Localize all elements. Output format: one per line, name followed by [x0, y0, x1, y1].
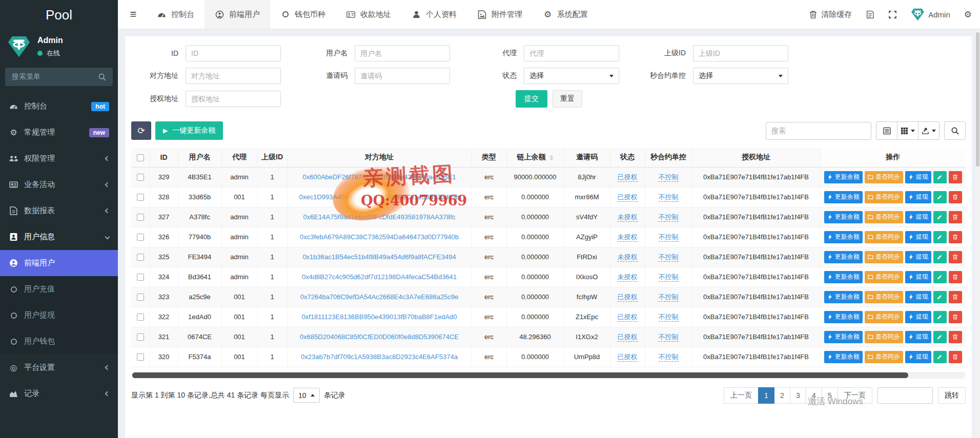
address-link[interactable]: 0x4d8B27c4c905d62df7d12198DA4fecaC54Bd36… [302, 273, 457, 281]
next-page-button[interactable]: 下一页 [838, 387, 872, 404]
filter-auth-address-input[interactable] [186, 91, 281, 107]
sidebar-item-permissions[interactable]: 权限管理 [0, 145, 118, 172]
sidebar-item-user-wallet[interactable]: 用户钱包 [0, 328, 118, 354]
reset-button[interactable]: 重置 [553, 90, 582, 108]
update-all-balance-button[interactable]: ▶ 一键更新余额 [155, 121, 223, 140]
status-link[interactable]: 未授权 [618, 233, 638, 242]
sync-button[interactable]: 是否同步 [865, 211, 903, 223]
sync-button[interactable]: 是否同步 [865, 351, 903, 363]
delete-button[interactable] [949, 211, 962, 223]
address-link[interactable]: 0x685D204068C85f0CfED0D060f0e8d8D5390674… [300, 333, 459, 341]
sort-icon[interactable] [549, 155, 554, 160]
row-checkbox[interactable] [137, 234, 144, 241]
delete-button[interactable] [949, 251, 962, 263]
admin-user-menu[interactable]: Admin [911, 8, 950, 22]
edit-button[interactable] [933, 291, 947, 303]
page-button-1[interactable]: 1 [758, 387, 774, 404]
contract-control-link[interactable]: 不控制 [659, 293, 679, 302]
address-link[interactable]: 0x600AbeDF26f787d11982f5699e422f0F3a4B35… [302, 173, 456, 181]
update-balance-button[interactable]: 更新余额 [824, 271, 863, 283]
page-jump-input[interactable] [877, 387, 933, 404]
delete-button[interactable] [949, 311, 962, 323]
tab-frontend-users[interactable]: 前端用户 [205, 0, 270, 29]
search-icon[interactable] [98, 73, 106, 81]
address-link[interactable]: 0x23ab7b7df709c1A5938B3ac8D2923c4E6AF537… [301, 353, 458, 361]
sync-button[interactable]: 是否同步 [865, 191, 903, 203]
contract-control-link[interactable]: 不控制 [659, 173, 679, 182]
delete-button[interactable] [949, 331, 962, 343]
update-balance-button[interactable]: 更新余额 [824, 351, 863, 363]
sync-button[interactable]: 是否同步 [865, 231, 903, 243]
refresh-button[interactable]: ⟳ [131, 121, 151, 140]
page-size-select[interactable]: 10 [293, 388, 320, 403]
row-checkbox[interactable] [137, 254, 144, 261]
status-link[interactable]: 已授权 [618, 313, 638, 322]
sidebar-item-frontend-users[interactable]: 前端用户 [0, 250, 118, 276]
filter-invite-code-input[interactable] [355, 68, 450, 84]
sidebar-item-platform-settings[interactable]: ◎ 平台设置 [0, 354, 118, 381]
col-balance[interactable]: 链上余额 [506, 148, 564, 167]
sidebar-item-user-withdraw[interactable]: 用户提现 [0, 302, 118, 328]
edit-button[interactable] [933, 311, 947, 323]
withdraw-button[interactable]: 提现 [905, 251, 931, 263]
sync-button[interactable]: 是否同步 [865, 271, 903, 283]
export-button[interactable] [918, 121, 940, 140]
withdraw-button[interactable]: 提现 [905, 231, 931, 243]
update-balance-button[interactable]: 更新余额 [824, 171, 863, 183]
address-link[interactable]: 0xc3febA679A89C38C7362594Da646473d0D7794… [300, 233, 459, 241]
tab-wallet-coins[interactable]: 钱包币种 [270, 0, 336, 29]
withdraw-button[interactable]: 提现 [905, 171, 931, 183]
row-checkbox[interactable] [137, 333, 144, 341]
row-checkbox[interactable] [137, 274, 144, 281]
table-search-input[interactable] [766, 122, 871, 140]
page-button-4[interactable]: 4 [806, 387, 822, 404]
sidebar-item-business[interactable]: 业务活动 [0, 172, 118, 198]
contract-control-link[interactable]: 不控制 [659, 253, 679, 262]
select-all-checkbox[interactable] [137, 154, 144, 161]
edit-button[interactable] [933, 231, 947, 243]
status-link[interactable]: 已授权 [618, 173, 638, 182]
tab-system-config[interactable]: ⚙ 系统配置 [533, 0, 598, 29]
edit-button[interactable] [933, 251, 947, 263]
delete-button[interactable] [949, 291, 962, 303]
update-balance-button[interactable]: 更新余额 [824, 311, 863, 323]
update-balance-button[interactable]: 更新余额 [824, 251, 863, 263]
address-link[interactable]: 0x1b36ac1B54ec51b4f8B49a454d6f9a8fACFE34… [302, 253, 456, 261]
tab-attachments[interactable]: 附件管理 [467, 0, 533, 29]
row-checkbox[interactable] [137, 174, 144, 181]
update-balance-button[interactable]: 更新余额 [824, 191, 863, 203]
submit-button[interactable]: 提交 [516, 90, 547, 108]
delete-button[interactable] [949, 231, 962, 243]
contract-control-link[interactable]: 不控制 [659, 193, 679, 202]
sidebar-item-user-info[interactable]: 用户信息 [0, 224, 118, 250]
prev-page-button[interactable]: 上一页 [724, 387, 759, 404]
address-link[interactable]: 0x6E14A75f9ad166e8f4FcDfdE493581978AA378… [303, 213, 455, 221]
page-button-5[interactable]: 5 [822, 387, 838, 404]
row-checkbox[interactable] [137, 214, 144, 221]
advanced-search-button[interactable] [944, 121, 966, 140]
status-link[interactable]: 未授权 [618, 253, 638, 262]
fullscreen-icon[interactable] [888, 10, 897, 19]
row-checkbox[interactable] [137, 314, 144, 321]
withdraw-button[interactable]: 提现 [905, 211, 931, 223]
edit-button[interactable] [933, 331, 947, 343]
sidebar-search-input[interactable]: 搜索菜单 [5, 68, 113, 86]
contract-control-link[interactable]: 不控制 [659, 213, 679, 222]
filter-parent-id-input[interactable] [693, 45, 788, 61]
vertical-scrollbar-thumb[interactable] [976, 32, 979, 166]
sidebar-item-dashboard[interactable]: 控制台 hot [0, 93, 118, 119]
contract-control-link[interactable]: 不控制 [659, 273, 679, 282]
contract-control-link[interactable]: 不控制 [659, 233, 679, 242]
update-balance-button[interactable]: 更新余额 [824, 331, 863, 343]
sidebar-item-reports[interactable]: 数据报表 [0, 198, 118, 224]
delete-button[interactable] [949, 171, 962, 183]
sidebar-item-user-recharge[interactable]: 用户充值 [0, 276, 118, 302]
sidebar-item-general[interactable]: ⚙ 常规管理 new [0, 119, 118, 145]
update-balance-button[interactable]: 更新余额 [824, 231, 863, 243]
row-checkbox[interactable] [137, 294, 144, 301]
address-link[interactable]: 0xec1D993A40441C4ae07425a5BeCe1e58B933d6… [299, 193, 460, 201]
sync-button[interactable]: 是否同步 [865, 331, 903, 343]
log-icon[interactable] [866, 10, 874, 19]
delete-button[interactable] [949, 351, 962, 363]
row-checkbox[interactable] [137, 353, 144, 361]
